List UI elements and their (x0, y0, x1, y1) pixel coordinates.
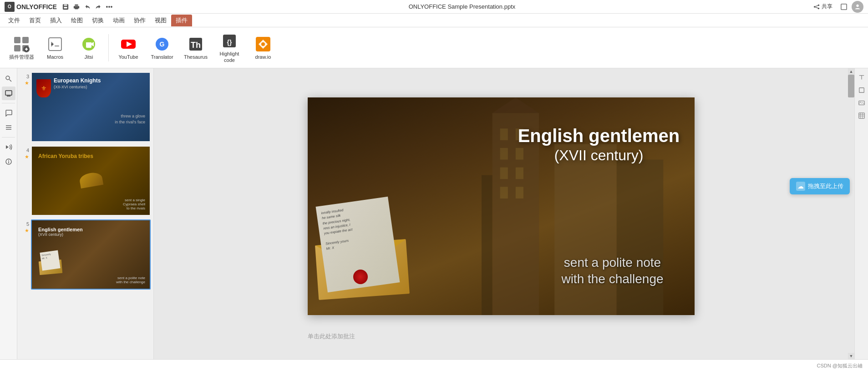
menu-collaborate[interactable]: 协作 (129, 15, 150, 26)
document-title: ONLYOFFICE Sample Presentation.pptx (409, 3, 516, 10)
undo-button[interactable] (82, 2, 92, 12)
main-body-area: sent a polite note with the challenge (540, 255, 685, 288)
menu-file[interactable]: 文件 (4, 15, 25, 26)
svg-rect-8 (22, 37, 29, 43)
jitsi-label: Jitsi (85, 54, 93, 60)
sidebar-info[interactable] (2, 155, 15, 168)
scroll-down[interactable]: ▼ (848, 353, 854, 359)
youtube-label: YouTube (118, 54, 138, 60)
slide-4-star: ★ (25, 154, 29, 160)
svg-rect-49 (859, 88, 864, 93)
highlight-code-button[interactable]: {} Highlight code (213, 30, 245, 66)
sidebar-structure[interactable] (2, 121, 15, 134)
slide-3-thumb[interactable]: ⚜ European Knights (XII-XVI centuries) t… (31, 72, 151, 142)
menu-bar: 文件 首页 插入 绘图 切换 动画 协作 视图 插件 (0, 14, 868, 27)
slide-3-title: European Knights (54, 77, 101, 85)
main-slide-subtitle: (XVII century) (513, 147, 685, 164)
right-panel-text-icon[interactable] (856, 72, 867, 83)
svg-point-0 (814, 6, 816, 8)
plugin-manager-button[interactable]: 插件管理器 (5, 30, 37, 66)
menu-plugins[interactable]: 插件 (171, 15, 192, 26)
svg-rect-43 (516, 187, 523, 199)
thesaurus-button[interactable]: Th Thesaurus (180, 30, 212, 66)
csdn-watermark: CSDN @知狐云出岫 (817, 362, 863, 369)
fit-window-button[interactable] (839, 2, 849, 12)
slide-canvas[interactable]: ionally insulted he same silk the precio… (308, 97, 695, 315)
sidebar-audio[interactable] (2, 140, 15, 154)
redo-button[interactable] (93, 2, 103, 12)
save-button[interactable] (61, 2, 71, 12)
svg-point-24 (6, 76, 10, 80)
menu-animation[interactable]: 动画 (108, 15, 129, 26)
svg-point-51 (860, 102, 861, 102)
share-button[interactable]: 共享 (810, 2, 836, 12)
main-content: 3 ★ ⚜ European Knights (XII-XVI centurie… (0, 68, 868, 359)
sidebar-comments[interactable] (2, 106, 15, 120)
plugin-toolbar: 插件管理器 Macros Jitsi (0, 27, 868, 68)
svg-point-34 (8, 160, 9, 161)
thesaurus-icon: Th (188, 36, 204, 52)
app-logo: O ONLYOFFICE (5, 2, 57, 12)
notes-area[interactable]: 单击此处添加批注 (308, 329, 695, 344)
svg-line-4 (815, 7, 818, 8)
svg-rect-41 (516, 167, 523, 179)
jitsi-button[interactable]: Jitsi (73, 30, 105, 66)
menu-view[interactable]: 视图 (150, 15, 171, 26)
main-title-area: English gentlemen (XVII century) (513, 125, 685, 164)
right-panel-table-icon[interactable] (856, 110, 867, 121)
svg-rect-7 (14, 37, 20, 43)
vertical-scrollbar[interactable]: ▲ ▼ (848, 68, 854, 359)
menu-insert[interactable]: 插入 (46, 15, 66, 26)
menu-home[interactable]: 首页 (25, 15, 46, 26)
svg-text:{}: {} (227, 39, 232, 46)
svg-line-3 (815, 5, 818, 6)
left-sidebar (0, 68, 17, 359)
slide-5-thumb[interactable]: English gentlemen (XVII century) Sincere… (31, 219, 151, 290)
right-panel-image-icon[interactable] (856, 97, 867, 108)
sidebar-slides[interactable] (2, 87, 15, 100)
svg-rect-52 (858, 113, 864, 118)
highlight-code-icon: {} (221, 33, 238, 49)
scroll-thumb[interactable] (848, 75, 854, 97)
drawio-icon (255, 36, 271, 52)
menu-draw[interactable]: 绘图 (66, 15, 87, 26)
svg-marker-31 (6, 145, 9, 149)
sidebar-search[interactable] (2, 72, 15, 86)
sidebar-divider-2 (2, 137, 15, 138)
drag-upload-icon: ☁ (796, 182, 805, 191)
svg-rect-26 (5, 91, 12, 95)
svg-rect-36 (500, 128, 508, 140)
window-controls: ••• (61, 2, 114, 12)
plugin-manager-label: 插件管理器 (9, 54, 34, 60)
more-button[interactable]: ••• (104, 2, 114, 12)
print-button[interactable] (71, 2, 81, 12)
slide-4-num: 4 (22, 146, 29, 153)
title-bar-left: O ONLYOFFICE ••• (5, 2, 114, 12)
svg-rect-46 (482, 175, 492, 315)
macros-button[interactable]: Macros (39, 30, 71, 66)
svg-point-6 (856, 4, 858, 6)
plugin-manager-icon (13, 36, 30, 52)
slide-thumb-5-container: 5 ★ English gentlemen (XVII century) (20, 219, 151, 290)
translator-button[interactable]: G Translator (146, 30, 178, 66)
slide-4-thumb[interactable]: African Yoruba tribes sent a singleCypra… (31, 146, 151, 216)
youtube-icon (120, 36, 137, 52)
app-name: ONLYOFFICE (16, 3, 57, 10)
drag-upload-button[interactable]: ☁ 拖拽至此上传 (790, 178, 850, 194)
svg-text:Th: Th (191, 41, 201, 50)
status-bar: CSDN @知狐云出岫 (0, 359, 868, 372)
scroll-track (848, 75, 854, 353)
scroll-up[interactable]: ▲ (848, 68, 854, 75)
svg-rect-44 (554, 144, 617, 315)
drawio-button[interactable]: draw.io (247, 30, 279, 66)
wax-seal (353, 270, 368, 284)
menu-transition[interactable]: 切换 (87, 15, 108, 26)
macros-label: Macros (47, 54, 63, 60)
svg-rect-9 (14, 45, 20, 51)
right-panel-shape-icon[interactable] (856, 85, 867, 96)
slide-3-star: ★ (25, 80, 29, 86)
youtube-button[interactable]: YouTube (112, 30, 144, 66)
notes-placeholder: 单击此处添加批注 (308, 333, 355, 340)
svg-point-23 (261, 42, 265, 46)
avatar[interactable] (852, 1, 863, 13)
